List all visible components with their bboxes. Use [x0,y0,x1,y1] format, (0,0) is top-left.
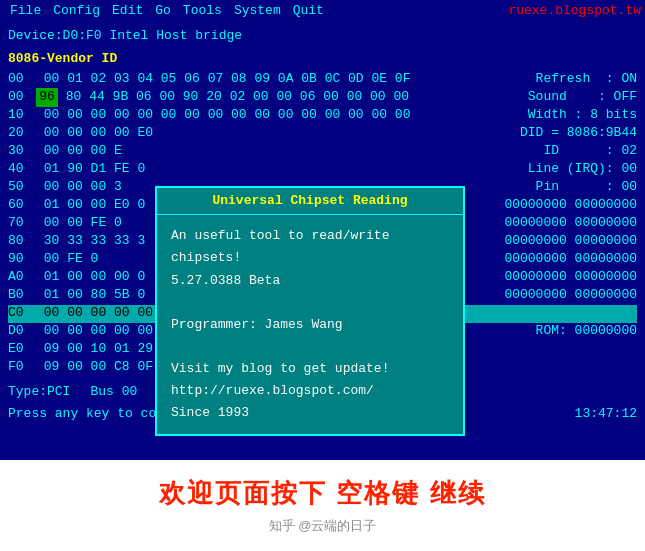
modal-line-1: An useful tool to read/write chipsets! [171,225,449,269]
menu-edit[interactable]: Edit [106,2,149,21]
hex-bytes-90: 00 FE 0 [36,250,98,269]
hex-row-00: 00 96 80 44 9B 06 00 90 20 02 00 00 06 0… [8,89,637,107]
menu-website: ruexe.blogspot.tw [508,2,641,21]
modal-line-2: 5.27.0388 Beta [171,270,449,292]
menu-file[interactable]: File [4,2,47,21]
hex-bytes-a0: 01 00 00 00 0 [36,268,145,287]
menu-tools[interactable]: Tools [177,2,228,21]
row-addr-70: 70 [8,214,36,233]
hex-row-10: 10 00 00 00 00 00 00 00 00 00 00 00 00 0… [8,107,637,125]
status-type: Type:PCI [8,383,70,402]
hex-bytes-40: 01 90 D1 FE 0 [36,160,145,179]
right-refresh: Refresh : ON [536,70,637,89]
menu-bar: File Config Edit Go Tools System Quit ru… [0,0,645,23]
row-addr: 00 [8,70,36,89]
row-addr-d0: D0 [8,322,36,341]
right-60: 00000000 00000000 [504,196,637,215]
modal-line-5 [171,336,449,358]
status-bus: Bus 00 [90,383,137,402]
menu-system[interactable]: System [228,2,287,21]
hex-bytes-b0: 01 00 80 5B 0 [36,286,145,305]
footer-sub-text: 知乎 @云端的日子 [269,517,377,535]
menu-config[interactable]: Config [47,2,106,21]
hex-row-40: 40 01 90 D1 FE 0 Line (IRQ): 00 [8,161,637,179]
hex-highlighted: 96 [36,88,58,107]
right-width: Width : 8 bits [528,106,637,125]
hex-area: 00 00 01 02 03 04 05 06 07 08 09 0A 0B 0… [0,71,645,377]
right-pin: Pin : 00 [536,178,637,197]
right-a0: 00000000 00000000 [504,268,637,287]
hex-bytes-60: 01 00 00 E0 0 [36,196,145,215]
hex-bytes-header: 00 01 02 03 04 05 06 07 08 09 0A 0B 0C 0… [36,70,410,89]
right-sound: Sound : OFF [528,88,637,107]
right-80: 00000000 00000000 [504,232,637,251]
right-d0: ROM: 00000000 [536,322,637,341]
hex-bytes-10: 00 00 00 00 00 00 00 00 00 00 00 00 00 0… [36,106,410,125]
hex-bytes-70: 00 00 FE 0 [36,214,122,233]
hex-bytes-50: 00 00 00 3 [36,178,122,197]
modal-line-3 [171,292,449,314]
modal-dialog: Universal Chipset Reading An useful tool… [155,186,465,437]
row-addr-10: 10 [8,106,36,125]
modal-body: An useful tool to read/write chipsets! 5… [157,215,463,434]
footer-main-text: 欢迎页面按下 空格键 继续 [159,476,485,511]
modal-line-6: Visit my blog to get update! [171,358,449,380]
menu-quit[interactable]: Quit [287,2,330,21]
press-time: 13:47:12 [575,405,637,424]
footer: 欢迎页面按下 空格键 继续 知乎 @云端的日子 [0,460,645,551]
row-addr-40: 40 [8,160,36,179]
modal-line-7: http://ruexe.blogspot.com/ [171,380,449,402]
row-addr-50: 50 [8,178,36,197]
hex-row-30: 30 00 00 00 E ID : 02 [8,143,637,161]
right-did: DID = 8086:9B44 [520,124,637,143]
hex-row-20: 20 00 00 00 00 E0 DID = 8086:9B44 [8,125,637,143]
row-addr-90: 90 [8,250,36,269]
hex-row-header: 00 00 01 02 03 04 05 06 07 08 09 0A 0B 0… [8,71,637,89]
row-addr-c0: C0 [8,304,36,323]
row-addr-f0: F0 [8,358,36,377]
hex-bytes-80: 30 33 33 33 3 [36,232,145,251]
device-info: Device:D0:F0 Intel Host bridge [0,23,645,48]
row-addr-60: 60 [8,196,36,215]
modal-line-8: Since 1993 [171,402,449,424]
hex-bytes-30: 00 00 00 E [36,142,122,161]
row-addr-a0: A0 [8,268,36,287]
modal-title: Universal Chipset Reading [157,188,463,216]
right-b0: 00000000 00000000 [504,286,637,305]
right-line: Line (IRQ): 00 [528,160,637,179]
row-addr-b0: B0 [8,286,36,305]
modal-line-4: Programmer: James Wang [171,314,449,336]
row-addr-20: 20 [8,124,36,143]
vendor-header: 8086-Vendor ID [0,48,645,71]
row-addr-30: 30 [8,142,36,161]
row-addr-80: 80 [8,232,36,251]
hex-bytes-00: 80 44 9B 06 00 90 20 02 00 00 06 00 00 0… [58,88,409,107]
hex-bytes-20: 00 00 00 00 E0 [36,124,153,143]
right-id: ID : 02 [543,142,637,161]
row-addr-00: 00 [8,88,36,107]
right-90: 00000000 00000000 [504,250,637,269]
right-70: 00000000 00000000 [504,214,637,233]
menu-go[interactable]: Go [149,2,177,21]
row-addr-e0: E0 [8,340,36,359]
